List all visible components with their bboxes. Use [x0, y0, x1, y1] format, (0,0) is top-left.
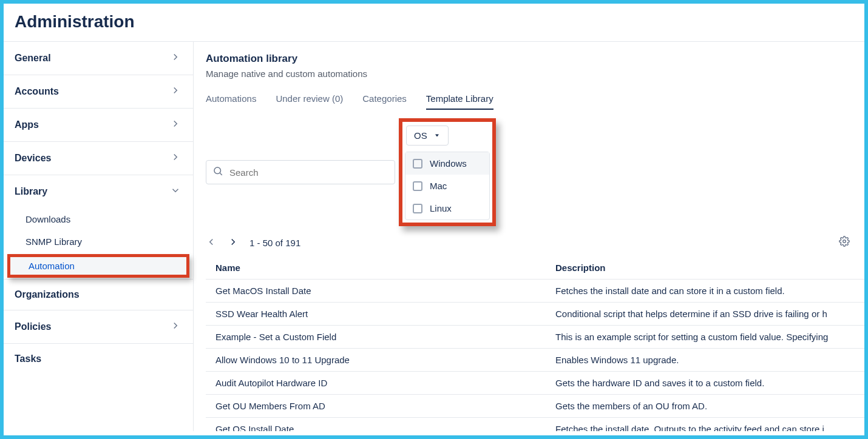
cell-name: Audit Autopilot Hardware ID	[206, 372, 546, 394]
sidebar-item-tasks[interactable]: Tasks	[4, 344, 193, 374]
pagination-text: 1 - 50 of 191	[249, 238, 300, 248]
tab-bar: Automations Under review (0) Categories …	[206, 89, 864, 110]
table-row[interactable]: Example - Set a Custom Field This is an …	[206, 326, 864, 349]
os-filter-button[interactable]: OS	[406, 126, 449, 146]
svg-point-3	[843, 240, 846, 243]
table-row[interactable]: Get OU Members From AD Gets the members …	[206, 395, 864, 418]
sidebar-item-label: Apps	[15, 119, 39, 130]
sidebar: General Accounts Apps Devices	[4, 42, 194, 431]
chevron-right-icon	[170, 118, 181, 132]
filter-row: OS Windows Mac	[206, 118, 864, 226]
table-settings-button[interactable]	[839, 236, 850, 249]
search-input-wrap[interactable]	[206, 160, 395, 184]
content-title: Automation library	[206, 53, 864, 65]
cell-name: Get MacOS Install Date	[206, 280, 546, 302]
os-filter-label: OS	[414, 130, 427, 141]
sidebar-item-label: Policies	[15, 321, 51, 332]
sidebar-item-label: Organizations	[15, 289, 80, 300]
col-description[interactable]: Description	[546, 256, 864, 279]
chevron-right-icon	[170, 52, 181, 65]
os-option-mac[interactable]: Mac	[405, 175, 489, 197]
cell-name: Allow Windows 10 to 11 Upgrade	[206, 349, 546, 371]
table-row[interactable]: Audit Autopilot Hardware ID Gets the har…	[206, 372, 864, 395]
chevron-right-icon	[170, 152, 181, 165]
sidebar-item-library[interactable]: Library	[4, 175, 193, 208]
os-filter-dropdown: Windows Mac Linux	[405, 152, 490, 220]
checkbox-icon[interactable]	[413, 181, 422, 191]
cell-description: Fetches the install date and can store i…	[546, 280, 864, 302]
col-name[interactable]: Name	[206, 256, 546, 279]
cell-description: Conditional script that helps determine …	[546, 303, 864, 325]
os-option-label: Mac	[430, 181, 447, 191]
content-pane: Automation library Manage native and cus…	[194, 42, 864, 431]
sidebar-item-label: General	[15, 53, 51, 64]
sidebar-item-label: Accounts	[15, 86, 59, 97]
chevron-right-icon	[170, 320, 181, 333]
table-row[interactable]: Allow Windows 10 to 11 Upgrade Enables W…	[206, 349, 864, 372]
tab-categories[interactable]: Categories	[362, 89, 407, 110]
library-subnav: Downloads SNMP Library Automation	[4, 208, 193, 280]
tab-template-library[interactable]: Template Library	[426, 89, 493, 110]
search-input[interactable]	[228, 167, 388, 178]
sidebar-subitem-automation[interactable]: Automation	[7, 254, 189, 278]
sidebar-item-label: Downloads	[25, 214, 70, 224]
sidebar-item-accounts[interactable]: Accounts	[4, 75, 193, 109]
os-option-label: Linux	[430, 203, 452, 213]
table-row[interactable]: Get MacOS Install Date Fetches the insta…	[206, 280, 864, 303]
cell-description: Gets the members of an OU from AD.	[546, 395, 864, 417]
table-row[interactable]: SSD Wear Health Alert Conditional script…	[206, 303, 864, 326]
app-frame: Administration General Accounts Apps	[0, 0, 868, 439]
page-title: Administration	[4, 4, 864, 41]
sidebar-item-label: Library	[15, 186, 47, 197]
page-next-button[interactable]	[228, 236, 239, 249]
tab-automations[interactable]: Automations	[206, 89, 256, 110]
caret-down-icon	[433, 130, 441, 141]
chevron-right-icon	[170, 85, 181, 98]
cell-name: Get OU Members From AD	[206, 395, 546, 417]
page-prev-button[interactable]	[206, 236, 217, 249]
cell-name: Get OS Install Date	[206, 418, 546, 431]
sidebar-item-label: SNMP Library	[25, 236, 82, 247]
checkbox-icon[interactable]	[413, 159, 422, 169]
sidebar-subitem-snmp-library[interactable]: SNMP Library	[4, 230, 193, 253]
main-layout: General Accounts Apps Devices	[4, 42, 864, 431]
cell-name: SSD Wear Health Alert	[206, 303, 546, 325]
search-icon	[212, 166, 223, 179]
os-filter-highlight: OS Windows Mac	[399, 118, 496, 226]
svg-marker-2	[435, 135, 439, 137]
os-option-windows[interactable]: Windows	[405, 152, 489, 175]
cell-description: This is an example script for setting a …	[546, 326, 864, 348]
table-header-row: Name Description	[206, 256, 864, 280]
templates-table: Name Description Get MacOS Install Date …	[206, 256, 864, 431]
sidebar-item-organizations[interactable]: Organizations	[4, 280, 193, 310]
table-row[interactable]: Get OS Install Date Fetches the install …	[206, 418, 864, 431]
cell-description: Fetches the install date. Outputs to the…	[546, 418, 864, 431]
os-option-linux[interactable]: Linux	[405, 197, 489, 220]
cell-name: Example - Set a Custom Field	[206, 326, 546, 348]
os-option-label: Windows	[430, 158, 467, 169]
sidebar-item-devices[interactable]: Devices	[4, 142, 193, 175]
cell-description: Gets the hardware ID and saves it to a c…	[546, 372, 864, 394]
tab-under-review[interactable]: Under review (0)	[276, 89, 343, 110]
sidebar-item-label: Tasks	[15, 354, 41, 364]
sidebar-item-label: Automation	[29, 261, 75, 271]
svg-point-0	[214, 167, 221, 174]
content-subtitle: Manage native and custom automations	[206, 69, 864, 79]
pagination-controls: 1 - 50 of 191	[206, 236, 300, 249]
sidebar-item-general[interactable]: General	[4, 42, 193, 75]
svg-line-1	[220, 173, 222, 175]
sidebar-item-apps[interactable]: Apps	[4, 109, 193, 142]
checkbox-icon[interactable]	[413, 204, 422, 213]
sidebar-subitem-downloads[interactable]: Downloads	[4, 208, 193, 230]
cell-description: Enables Windows 11 upgrade.	[546, 349, 864, 371]
pagination-row: 1 - 50 of 191	[206, 236, 864, 249]
chevron-down-icon	[170, 185, 181, 198]
sidebar-item-label: Devices	[15, 153, 52, 164]
sidebar-item-policies[interactable]: Policies	[4, 310, 193, 344]
